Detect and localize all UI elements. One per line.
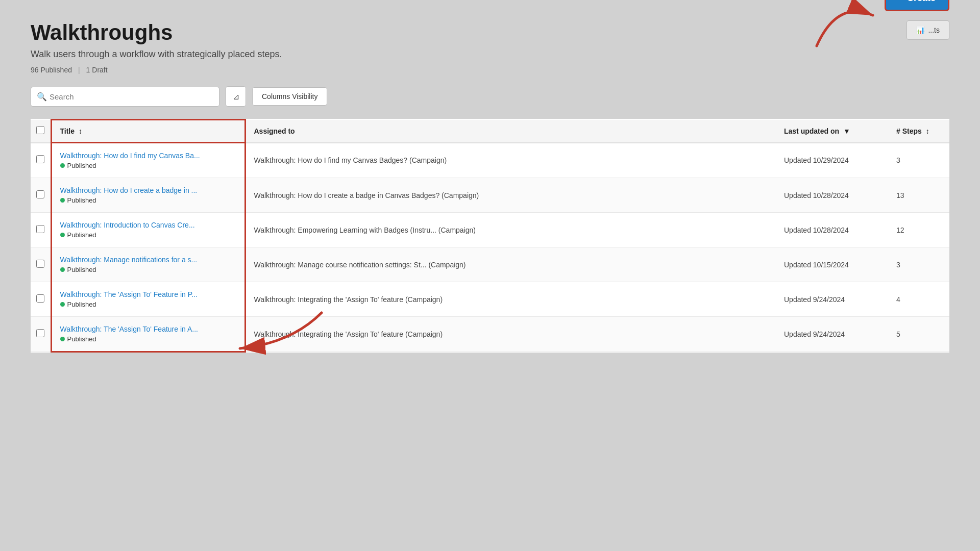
last-updated-cell: Updated 10/29/2024 bbox=[776, 143, 888, 178]
row-checkbox-cell bbox=[31, 213, 51, 247]
row-checkbox[interactable] bbox=[36, 225, 44, 233]
title-header-label: Title bbox=[60, 127, 75, 135]
insights-button[interactable]: 📊 ...ts bbox=[906, 20, 949, 40]
bar-chart-icon: 📊 bbox=[916, 26, 925, 34]
search-wrapper: 🔍 bbox=[31, 87, 219, 107]
last-updated-sort-icon[interactable]: ▼ bbox=[843, 127, 850, 135]
status-dot bbox=[60, 302, 65, 307]
status-label: Published bbox=[67, 266, 96, 273]
steps-cell: 3 bbox=[888, 143, 949, 178]
last-updated-cell: Updated 10/15/2024 bbox=[776, 247, 888, 282]
assigned-to-cell: Walkthrough: Integrating the 'Assign To'… bbox=[245, 317, 776, 352]
status-badge: Published bbox=[60, 300, 236, 308]
title-cell: Walkthrough: The 'Assign To' Feature in … bbox=[51, 282, 245, 317]
last-updated-header-label: Last updated on bbox=[784, 127, 839, 135]
table-row: Walkthrough: Manage notifications for a … bbox=[31, 247, 949, 282]
status-badge: Published bbox=[60, 266, 236, 273]
table-row: Walkthrough: How do I create a badge in … bbox=[31, 178, 949, 213]
row-checkbox-cell bbox=[31, 282, 51, 317]
page-subtitle: Walk users through a workflow with strat… bbox=[31, 49, 282, 60]
steps-cell: 12 bbox=[888, 213, 949, 247]
search-icon: 🔍 bbox=[37, 92, 47, 102]
table-row: Walkthrough: Introduction to Canvas Cre.… bbox=[31, 213, 949, 247]
walkthroughs-table: Title ↕ Assigned to Last updated on ▼ # … bbox=[31, 119, 949, 353]
status-label: Published bbox=[67, 231, 96, 239]
walkthrough-link[interactable]: Walkthrough: The 'Assign To' Feature in … bbox=[60, 325, 236, 333]
title-cell: Walkthrough: The 'Assign To' Feature in … bbox=[51, 317, 245, 352]
status-dot bbox=[60, 198, 65, 203]
create-label: + Create bbox=[907, 0, 936, 4]
row-checkbox-cell bbox=[31, 247, 51, 282]
status-badge: Published bbox=[60, 335, 236, 343]
steps-cell: 5 bbox=[888, 317, 949, 352]
create-button[interactable]: + + Create bbox=[885, 0, 949, 11]
assigned-to-cell: Walkthrough: Manage course notification … bbox=[245, 247, 776, 282]
steps-cell: 13 bbox=[888, 178, 949, 213]
walkthrough-link[interactable]: Walkthrough: How do I find my Canvas Ba.… bbox=[60, 152, 236, 160]
page-title: Walkthroughs bbox=[31, 20, 282, 45]
row-checkbox-cell bbox=[31, 143, 51, 178]
title-cell: Walkthrough: Introduction to Canvas Cre.… bbox=[51, 213, 245, 247]
draft-count: 1 Draft bbox=[86, 66, 108, 74]
select-all-checkbox[interactable] bbox=[36, 126, 44, 134]
row-checkbox-cell bbox=[31, 317, 51, 352]
title-cell: Walkthrough: How do I create a badge in … bbox=[51, 178, 245, 213]
title-cell: Walkthrough: Manage notifications for a … bbox=[51, 247, 245, 282]
steps-cell: 4 bbox=[888, 282, 949, 317]
row-checkbox-cell bbox=[31, 178, 51, 213]
columns-visibility-button[interactable]: Columns Visibility bbox=[252, 87, 327, 106]
title-column-header: Title ↕ bbox=[51, 120, 245, 143]
assigned-to-cell: Walkthrough: How do I find my Canvas Bad… bbox=[245, 143, 776, 178]
steps-header-label: # Steps bbox=[896, 127, 922, 135]
stats-divider: | bbox=[78, 66, 80, 74]
status-label: Published bbox=[67, 300, 96, 308]
table-row: Walkthrough: The 'Assign To' Feature in … bbox=[31, 317, 949, 352]
filter-icon: ⊿ bbox=[233, 92, 239, 102]
last-updated-cell: Updated 9/24/2024 bbox=[776, 282, 888, 317]
status-label: Published bbox=[67, 162, 96, 169]
published-count: 96 Published bbox=[31, 66, 72, 74]
row-checkbox[interactable] bbox=[36, 294, 44, 303]
assigned-to-cell: Walkthrough: Empowering Learning with Ba… bbox=[245, 213, 776, 247]
last-updated-column-header: Last updated on ▼ bbox=[776, 120, 888, 143]
row-checkbox[interactable] bbox=[36, 190, 44, 198]
status-dot bbox=[60, 163, 65, 168]
status-label: Published bbox=[67, 196, 96, 204]
assigned-to-column-header: Assigned to bbox=[245, 120, 776, 143]
title-sort-icon[interactable]: ↕ bbox=[79, 127, 82, 135]
table-row: Walkthrough: The 'Assign To' Feature in … bbox=[31, 282, 949, 317]
last-updated-cell: Updated 10/28/2024 bbox=[776, 178, 888, 213]
assigned-to-header-label: Assigned to bbox=[254, 127, 295, 135]
insights-label: ...ts bbox=[928, 26, 940, 34]
last-updated-cell: Updated 9/24/2024 bbox=[776, 317, 888, 352]
columns-visibility-label: Columns Visibility bbox=[262, 92, 317, 101]
assigned-to-cell: Walkthrough: How do I create a badge in … bbox=[245, 178, 776, 213]
steps-column-header: # Steps ↕ bbox=[888, 120, 949, 143]
status-dot bbox=[60, 267, 65, 272]
select-all-header bbox=[31, 120, 51, 143]
walkthrough-link[interactable]: Walkthrough: Introduction to Canvas Cre.… bbox=[60, 221, 236, 229]
assigned-to-cell: Walkthrough: Integrating the 'Assign To'… bbox=[245, 282, 776, 317]
row-checkbox[interactable] bbox=[36, 329, 44, 337]
search-input[interactable] bbox=[31, 87, 219, 107]
status-badge: Published bbox=[60, 196, 236, 204]
row-checkbox[interactable] bbox=[36, 155, 44, 163]
walkthrough-link[interactable]: Walkthrough: The 'Assign To' Feature in … bbox=[60, 290, 236, 298]
title-cell: Walkthrough: How do I find my Canvas Ba.… bbox=[51, 143, 245, 178]
row-checkbox[interactable] bbox=[36, 260, 44, 268]
status-dot bbox=[60, 337, 65, 341]
status-badge: Published bbox=[60, 162, 236, 169]
walkthrough-link[interactable]: Walkthrough: Manage notifications for a … bbox=[60, 256, 236, 264]
table-row: Walkthrough: How do I find my Canvas Ba.… bbox=[31, 143, 949, 178]
status-dot bbox=[60, 233, 65, 237]
steps-cell: 3 bbox=[888, 247, 949, 282]
status-label: Published bbox=[67, 335, 96, 343]
walkthrough-link[interactable]: Walkthrough: How do I create a badge in … bbox=[60, 186, 236, 194]
steps-sort-icon[interactable]: ↕ bbox=[926, 127, 929, 135]
status-badge: Published bbox=[60, 231, 236, 239]
filter-button[interactable]: ⊿ bbox=[226, 86, 246, 107]
last-updated-cell: Updated 10/28/2024 bbox=[776, 213, 888, 247]
